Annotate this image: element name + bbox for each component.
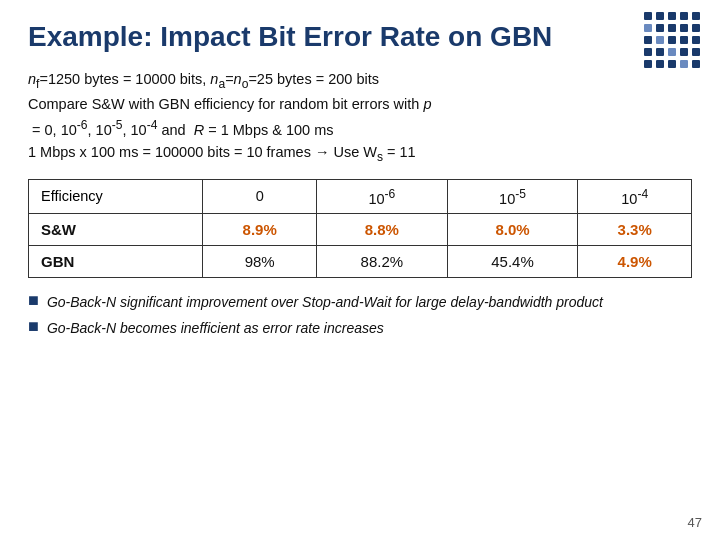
table-cell-gbn-1: 88.2% xyxy=(316,246,447,278)
table-cell-gbn-2: 45.4% xyxy=(447,246,578,278)
slide-title: Example: Impact Bit Error Rate on GBN xyxy=(28,20,692,54)
table-row-gbn: GBN 98% 88.2% 45.4% 4.9% xyxy=(29,246,692,278)
bullet-dot-1: ■ xyxy=(28,290,39,311)
body-text: nf=1250 bytes = 10000 bits, na=no=25 byt… xyxy=(28,68,692,167)
slide: Example: Impact Bit Error Rate on GBN nf… xyxy=(0,0,720,540)
table-row-sw: S&W 8.9% 8.8% 8.0% 3.3% xyxy=(29,214,692,246)
decorative-dots xyxy=(644,12,704,72)
table-header-col-3: 10-4 xyxy=(578,179,692,214)
body-line-1: nf=1250 bytes = 10000 bits, na=no=25 byt… xyxy=(28,68,692,94)
bullet-text-1: Go-Back-N significant improvement over S… xyxy=(47,292,603,312)
table-cell-gbn-3: 4.9% xyxy=(578,246,692,278)
table-cell-gbn-0: 98% xyxy=(203,246,317,278)
bullet-dot-2: ■ xyxy=(28,316,39,337)
table-header-label: Efficiency xyxy=(29,179,203,214)
table-header-col-1: 10-6 xyxy=(316,179,447,214)
bullet-item-1: ■ Go-Back-N significant improvement over… xyxy=(28,292,692,312)
table-cell-sw-0: 8.9% xyxy=(203,214,317,246)
bullet-section: ■ Go-Back-N significant improvement over… xyxy=(28,292,692,338)
table-cell-sw-1: 8.8% xyxy=(316,214,447,246)
bullet-text-2: Go-Back-N becomes inefficient as error r… xyxy=(47,318,384,338)
table-header-col-2: 10-5 xyxy=(447,179,578,214)
bullet-item-2: ■ Go-Back-N becomes inefficient as error… xyxy=(28,318,692,338)
page-number: 47 xyxy=(688,515,702,530)
table-row-gbn-label: GBN xyxy=(29,246,203,278)
body-line-2: Compare S&W with GBN efficiency for rand… xyxy=(28,93,692,141)
table-row-sw-label: S&W xyxy=(29,214,203,246)
table-cell-sw-2: 8.0% xyxy=(447,214,578,246)
table-header-col-0: 0 xyxy=(203,179,317,214)
body-line-3: 1 Mbps x 100 ms = 100000 bits = 10 frame… xyxy=(28,141,692,167)
comparison-table: Efficiency 0 10-6 10-5 10-4 S&W 8.9% 8.8… xyxy=(28,179,692,279)
table-cell-sw-3: 3.3% xyxy=(578,214,692,246)
